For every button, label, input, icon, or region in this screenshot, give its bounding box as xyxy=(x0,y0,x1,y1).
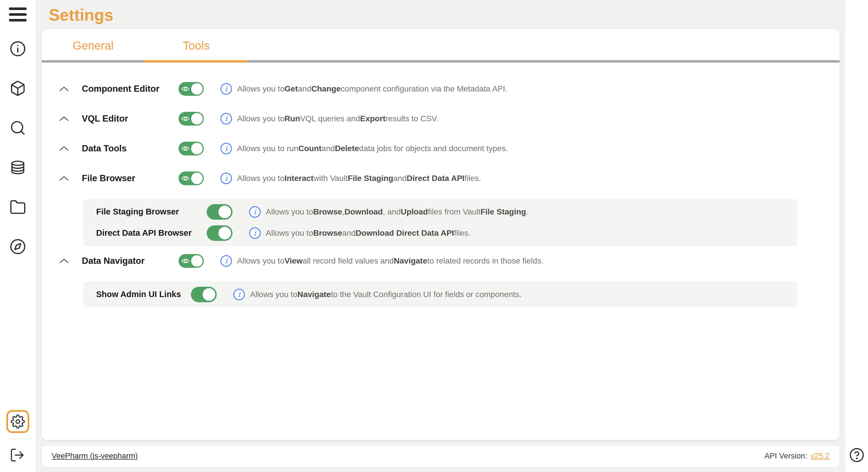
hamburger-menu-icon[interactable] xyxy=(9,7,27,22)
toggle-knob xyxy=(203,288,215,301)
eye-icon xyxy=(181,144,190,153)
setting-label: VQL Editor xyxy=(82,113,179,124)
logout-icon xyxy=(9,447,25,463)
eye-icon xyxy=(181,85,190,93)
compass-icon xyxy=(9,238,26,255)
setting-label: Data Navigator xyxy=(82,256,179,266)
sidebar-item-search[interactable] xyxy=(9,120,26,136)
sidebar-item-navigator[interactable] xyxy=(9,238,26,255)
api-version: API Version:v25.2 xyxy=(764,452,830,461)
setting-description: i Allows you to View all record field va… xyxy=(220,255,544,267)
info-icon xyxy=(9,40,26,57)
show-admin-ui-links-toggle[interactable] xyxy=(191,287,217,302)
toggle-knob xyxy=(191,255,203,267)
chevron-up-icon[interactable] xyxy=(59,113,69,124)
file-browser-toggle[interactable] xyxy=(179,171,204,185)
toggle-knob xyxy=(191,83,203,95)
sidebar-bottom xyxy=(6,410,29,472)
folder-icon xyxy=(9,199,26,215)
sidebar-item-info[interactable] xyxy=(9,40,26,57)
toggle-knob xyxy=(191,143,203,154)
direct-data-api-browser-toggle[interactable] xyxy=(207,225,232,241)
settings-card: General Tools Component Editor i xyxy=(42,29,840,440)
setting-row-data-tools: Data Tools i Allows you to run Count and… xyxy=(42,139,840,158)
help-icon xyxy=(849,447,865,463)
info-icon[interactable]: i xyxy=(249,227,260,239)
tab-active-underline xyxy=(145,60,248,63)
setting-row-component-editor: Component Editor i Allows you to Get and… xyxy=(42,80,840,98)
sidebar-divider xyxy=(7,439,29,439)
vql-editor-toggle[interactable] xyxy=(179,112,204,126)
info-icon[interactable]: i xyxy=(220,173,232,184)
tab-tools[interactable]: Tools xyxy=(145,29,248,63)
setting-description: i Allows you to Interact with Vault File… xyxy=(220,173,481,184)
toggle-knob xyxy=(218,227,231,239)
setting-label: Direct Data API Browser xyxy=(96,228,207,238)
file-browser-subsettings: File Staging Browser i Allows you to Bro… xyxy=(83,199,797,246)
data-navigator-subsettings: Show Admin UI Links i Allows you to Navi… xyxy=(83,281,797,307)
tab-bar: General Tools xyxy=(42,29,840,63)
gear-icon xyxy=(11,414,25,429)
setting-row-show-admin-ui-links: Show Admin UI Links i Allows you to Navi… xyxy=(83,284,797,305)
setting-label: Show Admin UI Links xyxy=(96,290,191,299)
chevron-up-icon[interactable] xyxy=(59,84,69,94)
vault-name-link[interactable]: VeePharm (js-veepharm) xyxy=(52,452,138,461)
setting-row-data-navigator: Data Navigator i Allows you to View all … xyxy=(42,252,840,270)
setting-label: File Browser xyxy=(82,173,179,183)
setting-description: i Allows you to Run VQL queries and Expo… xyxy=(220,113,438,125)
toggle-knob xyxy=(191,173,203,184)
file-staging-browser-toggle[interactable] xyxy=(207,204,232,220)
setting-label: Component Editor xyxy=(82,84,179,94)
chevron-up-icon[interactable] xyxy=(59,173,69,183)
setting-row-direct-data-api-browser: Direct Data API Browser i Allows you to … xyxy=(83,223,797,244)
setting-row-vql-editor: VQL Editor i Allows you to Run VQL queri… xyxy=(42,109,840,128)
page-title: Settings xyxy=(49,6,845,25)
data-tools-toggle[interactable] xyxy=(179,142,204,156)
chevron-up-icon[interactable] xyxy=(59,256,69,266)
setting-description: i Allows you to run Count and Delete dat… xyxy=(220,143,508,154)
tab-general[interactable]: General xyxy=(42,29,145,63)
eye-icon xyxy=(181,257,190,265)
component-editor-toggle[interactable] xyxy=(179,82,204,96)
eye-icon xyxy=(181,114,190,123)
api-version-label: API Version: xyxy=(764,452,807,460)
chevron-up-icon[interactable] xyxy=(59,143,69,154)
setting-label: File Staging Browser xyxy=(96,207,207,216)
setting-label: Data Tools xyxy=(82,143,179,154)
setting-description: i Allows you to Browse, Download, and Up… xyxy=(249,206,528,217)
components-box-icon xyxy=(9,80,26,97)
setting-description: i Allows you to Browse and Download Dire… xyxy=(249,227,470,239)
data-navigator-toggle[interactable] xyxy=(179,254,204,268)
setting-row-file-staging-browser: File Staging Browser i Allows you to Bro… xyxy=(83,201,797,223)
sidebar-nav xyxy=(9,40,26,255)
main-area: Settings General Tools Component Editor xyxy=(36,0,845,472)
setting-description: i Allows you to Get and Change component… xyxy=(220,83,507,95)
setting-row-file-browser: File Browser i Allows you to Interact wi… xyxy=(42,169,840,188)
search-icon xyxy=(9,120,26,136)
sidebar-item-components[interactable] xyxy=(9,80,26,97)
sidebar-item-settings-active[interactable] xyxy=(6,410,29,433)
sidebar-item-files[interactable] xyxy=(9,199,26,215)
api-version-link[interactable]: v25.2 xyxy=(811,452,830,460)
sidebar-item-logout[interactable] xyxy=(9,447,26,463)
info-icon[interactable]: i xyxy=(249,206,260,217)
info-icon[interactable]: i xyxy=(234,289,245,300)
info-icon[interactable]: i xyxy=(220,83,232,95)
footer-bar: VeePharm (js-veepharm) API Version:v25.2 xyxy=(42,445,840,467)
right-edge-panel xyxy=(845,0,868,472)
setting-description: i Allows you to Navigate to the Vault Co… xyxy=(234,289,522,300)
info-icon[interactable]: i xyxy=(220,113,232,125)
info-icon[interactable]: i xyxy=(220,143,232,154)
info-icon[interactable]: i xyxy=(220,255,232,267)
eye-icon xyxy=(181,174,190,183)
database-icon xyxy=(9,159,26,176)
toggle-knob xyxy=(191,113,203,125)
sidebar-item-database[interactable] xyxy=(9,159,26,176)
tools-tab-content: Component Editor i Allows you to Get and… xyxy=(42,63,840,440)
sidebar xyxy=(0,0,36,472)
toggle-knob xyxy=(218,206,231,218)
help-button[interactable] xyxy=(849,447,865,463)
